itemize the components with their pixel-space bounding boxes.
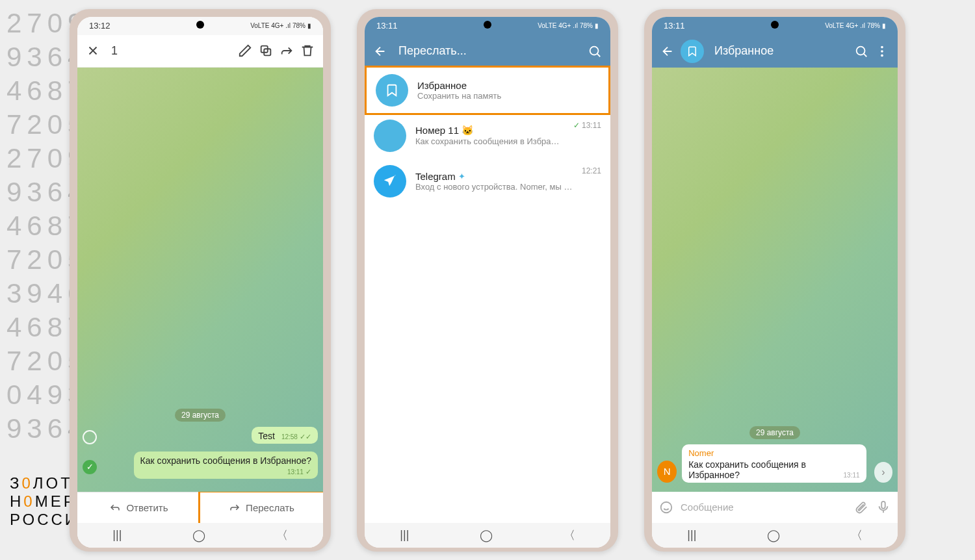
- menu-dots-icon[interactable]: [874, 44, 890, 59]
- forward-toolbar: Переслать...: [365, 35, 610, 68]
- item-subtitle: Сохранить на память: [417, 91, 599, 101]
- telegram-avatar: [374, 165, 406, 197]
- back-icon[interactable]: 〈: [564, 528, 575, 543]
- attach-icon[interactable]: [853, 500, 869, 515]
- chat-area[interactable]: 29 августа N Nomer Как сохранить сообщен…: [652, 68, 898, 492]
- svg-point-4: [881, 45, 883, 48]
- list-item-contact[interactable]: Номер 11 🐱Как сохранить сообщения в Избр…: [365, 113, 610, 159]
- contact-avatar: [374, 120, 406, 152]
- phone-1: 13:12 VoLTE 4G+ .ıl 78% ▮ 1 29 августа T…: [70, 9, 331, 552]
- svg-point-2: [590, 46, 599, 55]
- chat-list[interactable]: ИзбранноеСохранить на память Номер 11 🐱К…: [365, 68, 610, 523]
- message-row-2[interactable]: ✓ Как сохранить сообщения в Избранное?13…: [83, 452, 318, 483]
- delete-icon[interactable]: [300, 43, 315, 58]
- reply-button[interactable]: Ответить: [77, 492, 200, 523]
- bookmark-icon: [376, 74, 408, 107]
- android-navbar: ||| ◯ 〈: [365, 523, 610, 548]
- message-2-selected[interactable]: Как сохранить сообщения в Избранное?13:1…: [134, 452, 318, 479]
- item-subtitle: Вход с нового устройства. Nomer, мы об…: [415, 182, 573, 192]
- camera-cutout: [484, 21, 491, 29]
- item-title: Номер 11 🐱: [415, 125, 564, 136]
- item-time: ✓ 13:11: [573, 121, 601, 130]
- status-icons: VoLTE 4G+ .ıl 78% ▮: [825, 22, 886, 29]
- forwarded-message[interactable]: Nomer Как сохранить сообщения в Избранно…: [682, 444, 866, 483]
- back-arrow-icon[interactable]: [372, 44, 388, 59]
- svg-point-3: [857, 46, 865, 55]
- date-separator: 29 августа: [175, 409, 226, 422]
- chat-area[interactable]: 29 августа Test 12:58 ✓✓ ✓ Как сохранить…: [77, 68, 323, 492]
- android-navbar: ||| ◯ 〈: [652, 523, 898, 548]
- back-icon[interactable]: 〈: [276, 528, 288, 543]
- list-item-saved[interactable]: ИзбранноеСохранить на память: [365, 66, 610, 115]
- status-icons: VoLTE 4G+ .ıl 78% ▮: [538, 22, 599, 29]
- emoji-icon[interactable]: [658, 500, 674, 515]
- phone-3: 13:11 VoLTE 4G+ .ıl 78% ▮ Избранное 29 а…: [644, 9, 905, 552]
- status-icons: VoLTE 4G+ .ıl 78% ▮: [250, 22, 311, 29]
- android-navbar: ||| ◯ 〈: [77, 523, 323, 548]
- item-title: Telegram ✦: [415, 171, 573, 182]
- chat-toolbar: Избранное: [652, 35, 898, 68]
- back-arrow-icon[interactable]: [660, 44, 675, 59]
- selection-toolbar: 1: [77, 35, 323, 68]
- home-icon[interactable]: ◯: [767, 528, 780, 542]
- list-item-telegram[interactable]: Telegram ✦Вход с нового устройства. Nome…: [365, 159, 610, 204]
- camera-cutout: [771, 21, 779, 29]
- jump-icon[interactable]: ›: [874, 462, 892, 483]
- selection-count: 1: [111, 44, 118, 58]
- item-title: Избранное: [417, 80, 599, 91]
- phone-2: 13:11 VoLTE 4G+ .ıl 78% ▮ Переслать... И…: [357, 9, 618, 552]
- message-row-1[interactable]: Test 12:58 ✓✓: [83, 427, 318, 448]
- toolbar-title: Переслать...: [398, 44, 467, 58]
- bookmark-icon[interactable]: [681, 40, 704, 63]
- close-icon[interactable]: [85, 43, 101, 58]
- svg-point-5: [881, 50, 883, 53]
- status-time: 13:12: [89, 21, 110, 31]
- select-circle-checked[interactable]: ✓: [83, 460, 97, 474]
- back-icon[interactable]: 〈: [851, 528, 863, 543]
- verified-icon: ✦: [458, 172, 465, 181]
- recent-apps-icon[interactable]: |||: [400, 528, 409, 542]
- message-input[interactable]: [681, 502, 847, 513]
- mic-icon[interactable]: [876, 500, 891, 515]
- edit-icon[interactable]: [237, 43, 253, 58]
- forward-button[interactable]: Переслать: [198, 490, 323, 525]
- svg-point-6: [881, 54, 883, 57]
- bottom-action-bar: Ответить Переслать: [77, 492, 323, 523]
- svg-rect-8: [881, 501, 885, 508]
- home-icon[interactable]: ◯: [192, 528, 205, 542]
- status-time: 13:11: [664, 21, 685, 31]
- message-1[interactable]: Test 12:58 ✓✓: [252, 427, 318, 444]
- message-input-bar: [652, 492, 898, 523]
- home-icon[interactable]: ◯: [480, 528, 493, 542]
- item-subtitle: Как сохранить сообщения в Избранное?: [415, 136, 564, 146]
- date-separator: 29 августа: [749, 426, 800, 439]
- chat-title[interactable]: Избранное: [714, 44, 774, 58]
- item-time: 12:21: [582, 166, 601, 175]
- search-icon[interactable]: [853, 44, 869, 59]
- recent-apps-icon[interactable]: |||: [687, 528, 696, 542]
- sender-name: Nomer: [688, 448, 859, 458]
- svg-point-7: [661, 502, 672, 513]
- select-circle-empty[interactable]: [83, 430, 97, 444]
- incoming-message-row[interactable]: N Nomer Как сохранить сообщения в Избран…: [657, 444, 892, 483]
- recent-apps-icon[interactable]: |||: [112, 528, 122, 542]
- sender-avatar[interactable]: N: [657, 461, 677, 483]
- forward-icon[interactable]: [279, 43, 294, 58]
- search-icon[interactable]: [587, 44, 603, 59]
- status-time: 13:11: [376, 21, 398, 31]
- camera-cutout: [196, 21, 204, 29]
- copy-icon[interactable]: [258, 43, 274, 58]
